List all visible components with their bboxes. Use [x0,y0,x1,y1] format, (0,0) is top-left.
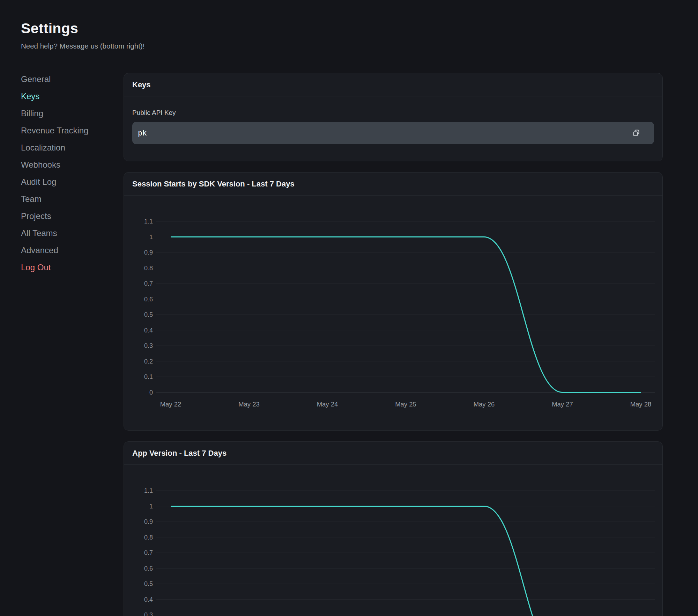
public-api-key-row [132,122,654,144]
sidebar-item-revenue-tracking[interactable]: Revenue Tracking [21,122,115,139]
y-axis-tick-label: 0.7 [144,280,153,287]
y-axis-tick-label: 0.8 [144,534,153,541]
page-title: Settings [21,20,144,37]
page-header: Settings Need help? Message us (bottom r… [21,20,144,50]
y-axis-tick-label: 0.5 [144,311,153,318]
y-axis-tick-label: 1.1 [144,218,153,225]
x-axis-tick-label: May 25 [395,401,416,408]
x-axis-tick-label: May 24 [317,401,338,408]
keys-card-body: Public API Key [124,96,662,144]
page-subtitle: Need help? Message us (bottom right)! [21,42,144,50]
main-content: Keys Public API Key Session Starts by SD… [124,73,663,616]
x-axis-tick-label: May 22 [160,401,181,408]
chart-card-session-starts-by-sdk-version: Session Starts by SDK Version - Last 7 D… [124,172,663,431]
y-axis-tick-label: 0.4 [144,596,153,603]
public-api-key-label: Public API Key [132,109,654,117]
y-axis-tick-label: 0.6 [144,565,153,572]
keys-card: Keys Public API Key [124,73,663,161]
sdk-chart-title: Session Starts by SDK Version - Last 7 D… [132,179,295,189]
x-axis-tick-label: May 27 [552,401,573,408]
keys-card-header: Keys [124,73,662,96]
app-version-chart-canvas: 1.110.90.80.70.60.50.40.30.20.10May 22Ma… [124,465,662,616]
line-chart-svg: 1.110.90.80.70.60.50.40.30.20.10May 22Ma… [124,196,662,431]
copy-button[interactable] [630,127,643,139]
x-axis-tick-label: May 26 [474,401,495,408]
chart-card-app-version: App Version - Last 7 Days 1.110.90.80.70… [124,441,663,616]
y-axis-tick-label: 0.5 [144,580,153,587]
y-axis-tick-label: 0.3 [144,342,153,349]
sidebar-item-projects[interactable]: Projects [21,207,115,225]
sidebar-item-general[interactable]: General [21,71,115,88]
sidebar-item-billing[interactable]: Billing [21,105,115,122]
y-axis-tick-label: 0.6 [144,296,153,303]
sdk-chart-header: Session Starts by SDK Version - Last 7 D… [124,173,662,196]
sidebar-item-all-teams[interactable]: All Teams [21,225,115,242]
public-api-key-input[interactable] [132,122,654,144]
y-axis-tick-label: 0.7 [144,549,153,556]
y-axis-tick-label: 0.9 [144,518,153,525]
y-axis-tick-label: 0.3 [144,611,153,616]
y-axis-tick-label: 0 [149,389,153,396]
app-version-chart-header: App Version - Last 7 Days [124,442,662,465]
sidebar-item-team[interactable]: Team [21,190,115,207]
x-axis-tick-label: May 23 [238,401,260,408]
y-axis-tick-label: 0.4 [144,327,153,334]
y-axis-tick-label: 1.1 [144,487,153,494]
keys-card-title: Keys [132,80,151,89]
sidebar-item-webhooks[interactable]: Webhooks [21,156,115,173]
sidebar-item-log-out[interactable]: Log Out [21,259,115,276]
copy-icon [632,129,640,137]
app-version-chart-title: App Version - Last 7 Days [132,449,227,458]
y-axis-tick-label: 0.2 [144,358,153,365]
sidebar-nav: GeneralKeysBillingRevenue TrackingLocali… [21,71,115,276]
line-chart-svg: 1.110.90.80.70.60.50.40.30.20.10May 22Ma… [124,465,662,616]
sidebar-item-audit-log[interactable]: Audit Log [21,173,115,190]
sidebar-item-keys[interactable]: Keys [21,88,115,105]
y-axis-tick-label: 1 [149,503,153,510]
y-axis-tick-label: 0.9 [144,249,153,256]
y-axis-tick-label: 0.1 [144,373,153,380]
y-axis-tick-label: 0.8 [144,265,153,272]
sidebar-item-advanced[interactable]: Advanced [21,242,115,259]
sdk-chart-canvas: 1.110.90.80.70.60.50.40.30.20.10May 22Ma… [124,196,662,431]
y-axis-tick-label: 1 [149,234,153,241]
sidebar-item-localization[interactable]: Localization [21,139,115,156]
x-axis-tick-label: May 28 [630,401,652,408]
